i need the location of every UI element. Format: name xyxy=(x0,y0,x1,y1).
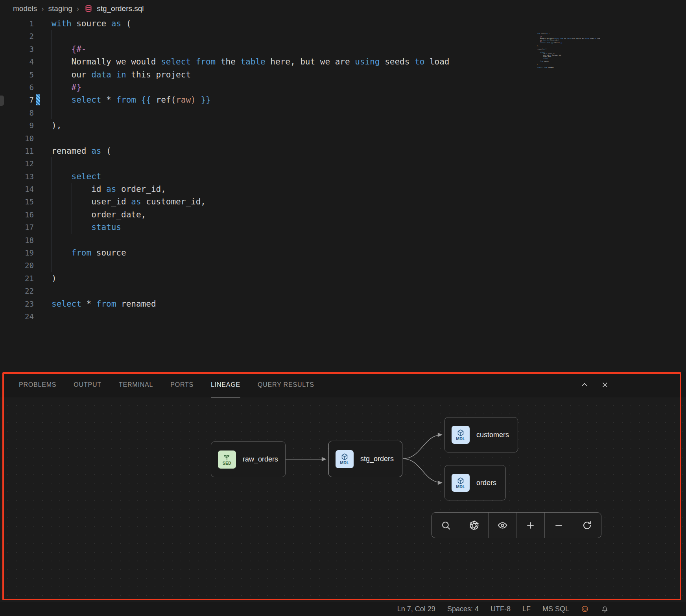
line-number[interactable]: 19 xyxy=(0,246,34,259)
code-line[interactable]: 22 xyxy=(0,285,686,297)
code-line[interactable]: 19 from source xyxy=(0,246,686,259)
line-number[interactable]: 14 xyxy=(0,183,34,195)
node-label: orders xyxy=(476,479,496,487)
code-line[interactable]: 10 xyxy=(0,132,686,145)
code-line[interactable]: 23select * from renamed xyxy=(0,298,686,310)
chevron-up-icon xyxy=(580,380,589,390)
line-number[interactable]: 6 xyxy=(0,81,34,94)
node-label: customers xyxy=(476,431,509,439)
line-number[interactable]: 24 xyxy=(0,310,34,323)
code-content: renamed as ( xyxy=(34,145,111,157)
zoom-in-button[interactable] xyxy=(516,513,545,538)
status-eol[interactable]: LF xyxy=(522,605,531,613)
line-number[interactable]: 15 xyxy=(0,195,34,208)
line-number[interactable]: 8 xyxy=(0,107,34,119)
code-line[interactable]: 1with source as ( xyxy=(0,17,686,30)
edge-stg-orders-to-customers xyxy=(403,435,442,459)
panel-tab-output[interactable]: OUTPUT xyxy=(74,372,101,397)
code-editor[interactable]: 1with source as (23 {#-4 Normally we wou… xyxy=(0,17,686,372)
panel-tab-lineage[interactable]: LINEAGE xyxy=(211,372,240,397)
line-number[interactable]: 11 xyxy=(0,145,34,157)
code-line[interactable]: 21) xyxy=(0,272,686,285)
lineage-node-orders[interactable]: MDLorders xyxy=(444,465,506,500)
code-content xyxy=(34,259,52,272)
bottom-panel: PROBLEMSOUTPUTTERMINALPORTSLINEAGEQUERY … xyxy=(0,372,686,602)
line-number[interactable]: 21 xyxy=(0,272,34,285)
line-number[interactable]: 17 xyxy=(0,221,34,234)
line-number[interactable]: 20 xyxy=(0,259,34,272)
seed-icon: SED xyxy=(218,451,236,469)
aperture-button[interactable] xyxy=(460,513,489,538)
code-content: select * from {{ ref(raw) }} xyxy=(34,94,211,106)
breadcrumb-item-models[interactable]: models xyxy=(13,4,37,13)
eye-button[interactable] xyxy=(489,513,517,538)
lineage-node-customers[interactable]: MDLcustomers xyxy=(444,417,518,452)
line-number[interactable]: 13 xyxy=(0,170,34,183)
lineage-node-raw_orders[interactable]: SEDraw_orders xyxy=(211,441,286,477)
code-line[interactable]: 11renamed as ( xyxy=(0,145,686,157)
vscode-window: models › staging › stg_orders.sql 1with … xyxy=(0,0,686,616)
line-number[interactable]: 3 xyxy=(0,43,34,55)
line-number[interactable]: 7 xyxy=(0,94,34,106)
status-language-mode[interactable]: MS SQL xyxy=(542,605,569,613)
code-line[interactable]: 17 status xyxy=(0,221,686,234)
zoom-out-button[interactable] xyxy=(545,513,573,538)
breadcrumb-item-file[interactable]: stg_orders.sql xyxy=(97,4,144,13)
code-content: ), xyxy=(34,119,61,132)
node-label: stg_orders xyxy=(360,455,394,463)
code-content xyxy=(34,132,52,145)
status-encoding[interactable]: UTF-8 xyxy=(491,605,511,613)
code-line[interactable]: 12 xyxy=(0,157,686,170)
code-line[interactable]: 24 xyxy=(0,310,686,323)
feedback-smiley-icon[interactable] xyxy=(581,605,589,613)
panel-tab-query-results[interactable]: QUERY RESULTS xyxy=(258,372,314,397)
code-content xyxy=(34,310,52,323)
bell-icon[interactable] xyxy=(601,605,609,613)
panel-maximize-button[interactable] xyxy=(579,379,590,390)
panel-close-button[interactable] xyxy=(599,379,610,390)
panel-tabs: PROBLEMSOUTPUTTERMINALPORTSLINEAGEQUERY … xyxy=(19,372,314,397)
line-number[interactable]: 5 xyxy=(0,68,34,81)
code-content: order_date, xyxy=(34,208,146,221)
code-line[interactable]: 16 order_date, xyxy=(0,208,686,221)
line-number[interactable]: 22 xyxy=(0,285,34,297)
panel-tab-terminal[interactable]: TERMINAL xyxy=(119,372,153,397)
status-indentation[interactable]: Spaces: 4 xyxy=(447,605,479,613)
code-line[interactable]: 18 xyxy=(0,234,686,246)
minimap[interactable]: with source as ( {#- Normally we would s… xyxy=(537,33,606,77)
code-line[interactable]: 9), xyxy=(0,119,686,132)
line-number[interactable]: 2 xyxy=(0,30,34,42)
edge-stg-orders-to-orders xyxy=(403,459,442,483)
code-line[interactable]: 14 id as order_id, xyxy=(0,183,686,195)
status-items: Ln 7, Col 29Spaces: 4UTF-8LFMS SQL xyxy=(397,605,569,613)
line-number[interactable]: 16 xyxy=(0,208,34,221)
code-line[interactable]: 20 xyxy=(0,259,686,272)
search-button[interactable] xyxy=(432,513,460,538)
line-number[interactable]: 18 xyxy=(0,234,34,246)
code-line[interactable]: 13 select xyxy=(0,170,686,183)
code-line[interactable]: 7 select * from {{ ref(raw) }} xyxy=(0,94,686,106)
code-content: #} xyxy=(34,81,81,94)
code-line[interactable]: 6 #} xyxy=(0,81,686,94)
code-line[interactable]: 8 xyxy=(0,107,686,119)
code-line[interactable]: 15 user_id as customer_id, xyxy=(0,195,686,208)
lineage-edges xyxy=(0,397,686,602)
lineage-canvas[interactable]: SEDraw_ordersMDLstg_ordersMDLcustomersMD… xyxy=(0,397,686,602)
refresh-button[interactable] xyxy=(573,513,601,538)
line-number[interactable]: 10 xyxy=(0,132,34,145)
indent-guide xyxy=(52,157,52,272)
breadcrumb-item-staging[interactable]: staging xyxy=(48,4,72,13)
status-cursor-position[interactable]: Ln 7, Col 29 xyxy=(397,605,435,613)
panel-tab-problems[interactable]: PROBLEMS xyxy=(19,372,56,397)
line-number[interactable]: 23 xyxy=(0,298,34,310)
line-number[interactable]: 9 xyxy=(0,119,34,132)
lineage-toolbar xyxy=(432,512,601,538)
line-number[interactable]: 12 xyxy=(0,157,34,170)
panel-tab-ports[interactable]: PORTS xyxy=(170,372,194,397)
line-number[interactable]: 1 xyxy=(0,17,34,30)
line-number[interactable]: 4 xyxy=(0,55,34,68)
lineage-node-stg_orders[interactable]: MDLstg_orders xyxy=(328,441,402,477)
code-content: user_id as customer_id, xyxy=(34,195,206,208)
code-content: Normally we would select from the table … xyxy=(34,55,450,68)
code-content xyxy=(34,157,52,170)
